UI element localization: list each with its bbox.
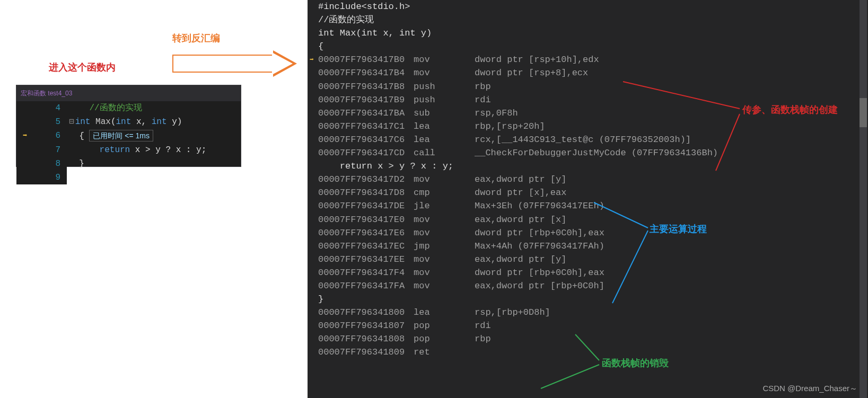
source-line: } [318, 293, 323, 306]
asm-row: 00007FF7963417C6learcx,[__1443C913_test@… [308, 133, 868, 146]
asm-row: 00007FF7963417C1learbp,[rsp+20h] [308, 120, 868, 133]
asm-row: 00007FF7963417D2moveax,dword ptr [y] [308, 173, 868, 186]
asm-row: 00007FF7963417B8pushrbp [308, 80, 868, 93]
source-line: //函数的实现 [318, 13, 374, 26]
source-line: return x > y ? x : y; [318, 160, 453, 173]
asm-row: 00007FF7963417EEmoveax,dword ptr [y] [308, 253, 868, 266]
asm-row: 00007FF796341807poprdi [308, 319, 868, 332]
line-number: 6 [38, 129, 67, 143]
asm-row: 00007FF7963417CDcall__CheckForDebuggerJu… [308, 146, 868, 160]
asm-row: ➡00007FF7963417B0movdword ptr [rsp+10h],… [308, 53, 868, 66]
label-goto-disasm: 转到反汇编 [172, 32, 220, 45]
label-enter-function: 进入这个函数内 [49, 61, 116, 74]
asm-row: 00007FF796341800learsp,[rbp+0D8h] [308, 306, 868, 319]
asm-row: 00007FF7963417E6movdword ptr [rbp+0C0h],… [308, 226, 868, 240]
asm-row: 00007FF7963417FAmoveax,dword ptr [rbp+0C… [308, 279, 868, 293]
line-number: 5 [38, 115, 67, 129]
watermark: CSDN @Dream_Chaser～ [762, 384, 857, 394]
current-line-arrow-icon: ➡ [23, 129, 27, 143]
asm-row: 00007FF7963417DEjleMax+3Eh (07FF7963417E… [308, 199, 868, 213]
asm-row: 00007FF7963417B4movdword ptr [rsp+8],ecx [308, 66, 868, 79]
asm-row: 00007FF7963417ECjmpMax+4Ah (07FF7963417F… [308, 240, 868, 253]
current-instruction-arrow-icon: ➡ [310, 53, 314, 66]
label-stack-destroy: 函数栈帧的销毁 [602, 357, 669, 369]
asm-row: 00007FF796341809ret [308, 346, 868, 359]
line-number: 9 [38, 171, 67, 184]
source-line: { [318, 40, 323, 53]
timing-badge: 已用时间 <= 1ms [89, 130, 153, 141]
asm-row: 00007FF7963417F4movdword ptr [rbp+0C0h],… [308, 266, 868, 279]
line-number: 7 [38, 143, 67, 157]
source-line: #include<stdio.h> [318, 0, 410, 13]
scrollbar[interactable] [860, 0, 867, 398]
arrow-icon [172, 50, 297, 77]
editor-tab-title: 宏和函数 test4_03 [16, 85, 241, 101]
disassembly-panel: #include<stdio.h> //函数的实现 int Max(int x,… [308, 0, 868, 398]
code-line: //函数的实现 [67, 101, 241, 115]
source-line: int Max(int x, int y) [318, 26, 432, 40]
asm-row: 00007FF7963417D8cmpdword ptr [x],eax [308, 186, 868, 199]
asm-row: 00007FF796341808poprbp [308, 332, 868, 346]
label-stack-create: 传参、函数栈帧的创建 [742, 103, 838, 116]
code-line: } [67, 157, 241, 171]
label-calc-process: 主要运算过程 [650, 223, 707, 235]
line-number: 8 [38, 157, 67, 171]
code-editor-panel: 宏和函数 test4_03 4 //函数的实现 5 ⊟int Max(int x… [16, 85, 241, 167]
asm-row: 00007FF7963417E0moveax,dword ptr [x] [308, 213, 868, 226]
line-number: 4 [38, 101, 67, 115]
code-line: return x > y ? x : y; [67, 143, 241, 157]
scrollbar-thumb[interactable] [860, 98, 867, 127]
code-line: ⊟int Max(int x, int y) [67, 115, 241, 129]
code-line: { 已用时间 <= 1ms [67, 129, 241, 143]
